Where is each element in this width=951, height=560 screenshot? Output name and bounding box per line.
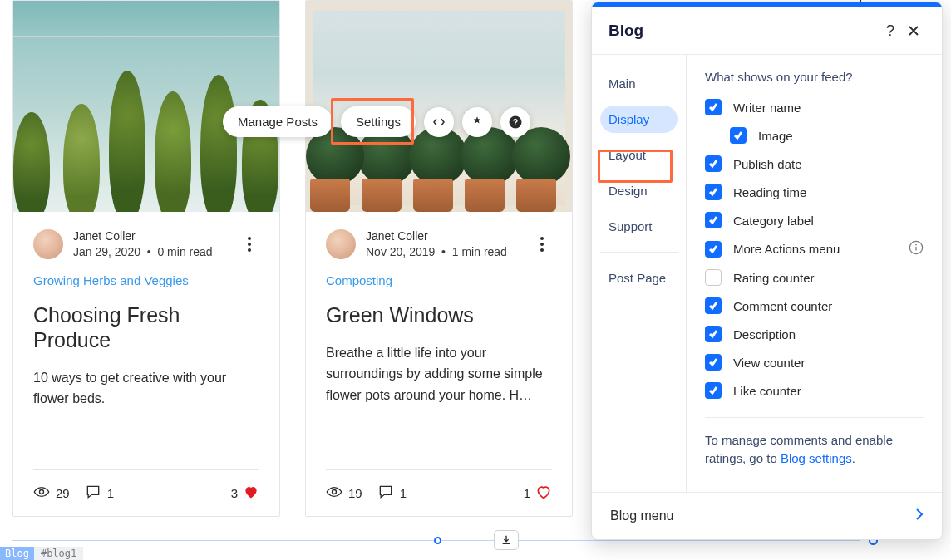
label-view-counter: View counter [733, 356, 805, 370]
views-count: 19 [348, 486, 362, 500]
post-card: Janet Coller Jan 29, 2020 • 0 min read G… [12, 0, 280, 517]
svg-point-7 [333, 490, 337, 494]
footer-note: To manage comments and enable ratings, g… [705, 431, 924, 468]
author-name: Janet Coller [73, 228, 213, 244]
more-actions-button[interactable] [532, 234, 552, 254]
checkbox-like-counter[interactable] [705, 382, 722, 399]
post-meta: Janet Coller Jan 29, 2020 • 0 min read [73, 228, 213, 260]
ruler-handle[interactable] [434, 537, 441, 544]
likes-count: 1 [524, 486, 530, 500]
post-excerpt: Breathe a little life into your surround… [326, 342, 552, 406]
publish-date: Nov 20, 2019 [366, 245, 435, 258]
checkbox-more-actions[interactable] [705, 241, 722, 258]
category-link[interactable]: Growing Herbs and Veggies [33, 273, 259, 287]
svg-point-0 [248, 237, 251, 240]
element-type-tag: Blog [0, 547, 34, 560]
comments-count: 1 [400, 486, 407, 500]
avatar [33, 229, 63, 259]
publish-date: Jan 29, 2020 [73, 245, 140, 258]
comment-icon [377, 484, 394, 503]
comments-stat[interactable]: 1 [85, 484, 114, 503]
views-count: 29 [56, 486, 70, 500]
likes-stat[interactable]: 1 [524, 484, 552, 503]
download-button[interactable] [494, 530, 519, 550]
element-id-tag: #blog1 [34, 547, 83, 560]
checkbox-publish-date[interactable] [705, 155, 722, 172]
checkbox-writer-name[interactable] [705, 99, 722, 115]
heart-icon [535, 484, 552, 503]
likes-stat[interactable]: 3 [231, 484, 259, 503]
likes-count: 3 [231, 486, 238, 500]
nav-main[interactable]: Main [600, 70, 678, 97]
checkbox-image[interactable] [730, 127, 747, 144]
bottom-tags: Blog #blog1 [0, 547, 83, 560]
heart-icon [243, 484, 259, 503]
panel-help-button[interactable]: ? [879, 19, 902, 42]
svg-point-5 [540, 243, 544, 246]
blog-menu-row[interactable]: Blog menu [592, 492, 942, 539]
design-button[interactable] [462, 107, 492, 137]
label-rating-counter: Rating counter [733, 271, 815, 285]
read-time: 0 min read [157, 245, 212, 258]
checkbox-category-label[interactable] [705, 212, 722, 228]
checkbox-reading-time[interactable] [705, 184, 722, 200]
svg-point-3 [40, 490, 44, 494]
help-button[interactable]: ? [500, 107, 530, 137]
eye-icon [326, 484, 342, 503]
checkbox-view-counter[interactable] [705, 354, 722, 371]
nav-design[interactable]: Design [600, 177, 678, 204]
section-title: What shows on your feed? [705, 70, 924, 84]
nav-post-page[interactable]: Post Page [600, 264, 678, 292]
manage-posts-button[interactable]: Manage Posts [223, 106, 333, 137]
element-toolbar: Manage Posts Settings ? [223, 106, 530, 137]
eye-icon [33, 484, 50, 503]
nav-support[interactable]: Support [600, 213, 678, 240]
panel-title: Blog [609, 22, 643, 40]
label-image: Image [758, 129, 793, 143]
panel-nav: Main Display Layout Design Support Post … [592, 55, 687, 492]
checkbox-description[interactable] [705, 326, 722, 342]
label-like-counter: Like counter [733, 384, 801, 398]
svg-text:?: ? [513, 116, 518, 126]
info-icon[interactable] [909, 240, 924, 258]
label-comment-counter: Comment counter [733, 299, 832, 313]
label-writer-name: Writer name [733, 101, 801, 115]
svg-point-4 [540, 237, 544, 240]
comment-icon [85, 484, 101, 503]
avatar [326, 229, 356, 259]
nav-display[interactable]: Display [600, 106, 678, 133]
post-meta: Janet Coller Nov 20, 2019 • 1 min read [366, 228, 507, 260]
blog-feed: Janet Coller Jan 29, 2020 • 0 min read G… [12, 0, 573, 517]
checkbox-rating-counter[interactable] [705, 269, 722, 286]
stretch-toggle-button[interactable] [424, 107, 454, 137]
blog-settings-link[interactable]: Blog settings [781, 451, 852, 465]
label-description: Description [733, 327, 796, 341]
settings-button[interactable]: Settings [341, 106, 416, 137]
comments-count: 1 [107, 486, 114, 500]
comments-stat[interactable]: 1 [377, 484, 407, 503]
svg-point-1 [248, 243, 251, 246]
views-stat[interactable]: 19 [326, 484, 362, 503]
label-publish-date: Publish date [733, 157, 802, 171]
blog-menu-label: Blog menu [610, 508, 674, 523]
post-excerpt: 10 ways to get creative with your flower… [33, 367, 259, 410]
views-stat[interactable]: 29 [33, 484, 70, 503]
panel-close-button[interactable] [902, 19, 925, 42]
read-time: 1 min read [452, 245, 507, 258]
post-card: Janet Coller Nov 20, 2019 • 1 min read C… [305, 0, 573, 517]
nav-layout[interactable]: Layout [600, 141, 678, 169]
chevron-right-icon [915, 508, 924, 524]
post-title[interactable]: Green Windows [326, 302, 552, 327]
blog-settings-panel: Blog ? Main Display Layout Design Suppor… [591, 2, 943, 540]
svg-point-6 [540, 248, 544, 252]
label-reading-time: Reading time [733, 185, 806, 199]
checkbox-comment-counter[interactable] [705, 297, 722, 314]
author-name: Janet Coller [366, 228, 507, 244]
svg-point-2 [248, 248, 251, 252]
label-category-label: Category label [733, 214, 814, 228]
more-actions-button[interactable] [239, 234, 259, 254]
label-more-actions: More Actions menu [733, 242, 840, 256]
svg-point-12 [915, 244, 917, 246]
post-title[interactable]: Choosing Fresh Produce [33, 302, 259, 352]
category-link[interactable]: Composting [326, 273, 552, 287]
